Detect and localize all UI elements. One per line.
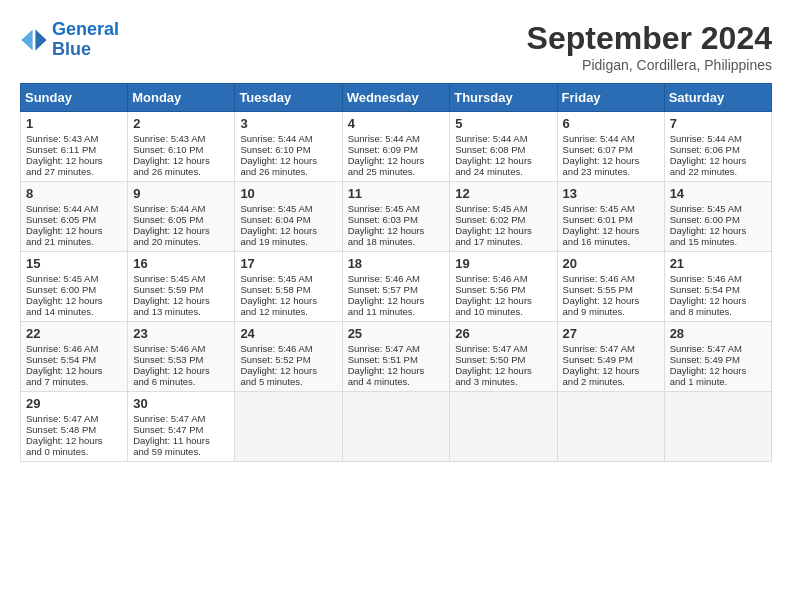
- day-number: 2: [133, 116, 229, 131]
- cell-line: and 18 minutes.: [348, 236, 445, 247]
- logo-text: General Blue: [52, 20, 119, 60]
- day-number: 9: [133, 186, 229, 201]
- calendar-week-row: 8Sunrise: 5:44 AMSunset: 6:05 PMDaylight…: [21, 182, 772, 252]
- logo-line2: Blue: [52, 39, 91, 59]
- cell-line: Sunset: 6:11 PM: [26, 144, 122, 155]
- cell-line: Sunset: 6:01 PM: [563, 214, 659, 225]
- calendar-cell: 22Sunrise: 5:46 AMSunset: 5:54 PMDayligh…: [21, 322, 128, 392]
- day-number: 27: [563, 326, 659, 341]
- cell-line: and 17 minutes.: [455, 236, 551, 247]
- cell-line: Sunrise: 5:46 AM: [563, 273, 659, 284]
- cell-line: Sunset: 5:51 PM: [348, 354, 445, 365]
- calendar-cell: [664, 392, 771, 462]
- cell-line: Daylight: 12 hours: [26, 295, 122, 306]
- calendar-header-row: SundayMondayTuesdayWednesdayThursdayFrid…: [21, 84, 772, 112]
- day-number: 14: [670, 186, 766, 201]
- day-number: 23: [133, 326, 229, 341]
- day-number: 5: [455, 116, 551, 131]
- cell-line: Sunrise: 5:45 AM: [348, 203, 445, 214]
- cell-line: Sunrise: 5:44 AM: [348, 133, 445, 144]
- svg-marker-1: [21, 29, 32, 50]
- cell-line: Daylight: 12 hours: [670, 225, 766, 236]
- day-number: 24: [240, 326, 336, 341]
- cell-line: Daylight: 12 hours: [133, 295, 229, 306]
- cell-line: Sunrise: 5:45 AM: [26, 273, 122, 284]
- cell-line: Sunset: 6:06 PM: [670, 144, 766, 155]
- cell-line: and 24 minutes.: [455, 166, 551, 177]
- cell-line: and 7 minutes.: [26, 376, 122, 387]
- cell-line: Sunrise: 5:47 AM: [563, 343, 659, 354]
- calendar-cell: 12Sunrise: 5:45 AMSunset: 6:02 PMDayligh…: [450, 182, 557, 252]
- cell-line: Daylight: 12 hours: [348, 225, 445, 236]
- cell-line: Daylight: 12 hours: [455, 155, 551, 166]
- day-number: 25: [348, 326, 445, 341]
- cell-line: Daylight: 12 hours: [670, 155, 766, 166]
- calendar-cell: 7Sunrise: 5:44 AMSunset: 6:06 PMDaylight…: [664, 112, 771, 182]
- cell-line: Daylight: 12 hours: [670, 295, 766, 306]
- calendar-cell: 13Sunrise: 5:45 AMSunset: 6:01 PMDayligh…: [557, 182, 664, 252]
- cell-line: Sunset: 5:55 PM: [563, 284, 659, 295]
- page-header: General Blue September 2024 Pidigan, Cor…: [20, 20, 772, 73]
- weekday-header: Tuesday: [235, 84, 342, 112]
- cell-line: Sunset: 6:07 PM: [563, 144, 659, 155]
- cell-line: Daylight: 12 hours: [133, 365, 229, 376]
- cell-line: Daylight: 12 hours: [26, 435, 122, 446]
- day-number: 30: [133, 396, 229, 411]
- day-number: 4: [348, 116, 445, 131]
- cell-line: Sunset: 6:10 PM: [240, 144, 336, 155]
- calendar-cell: 4Sunrise: 5:44 AMSunset: 6:09 PMDaylight…: [342, 112, 450, 182]
- cell-line: Daylight: 11 hours: [133, 435, 229, 446]
- cell-line: Sunset: 6:05 PM: [26, 214, 122, 225]
- weekday-header: Monday: [128, 84, 235, 112]
- day-number: 19: [455, 256, 551, 271]
- cell-line: Sunrise: 5:46 AM: [26, 343, 122, 354]
- cell-line: Daylight: 12 hours: [240, 155, 336, 166]
- cell-line: and 2 minutes.: [563, 376, 659, 387]
- day-number: 16: [133, 256, 229, 271]
- calendar-cell: 25Sunrise: 5:47 AMSunset: 5:51 PMDayligh…: [342, 322, 450, 392]
- calendar-cell: 24Sunrise: 5:46 AMSunset: 5:52 PMDayligh…: [235, 322, 342, 392]
- cell-line: and 9 minutes.: [563, 306, 659, 317]
- cell-line: Sunset: 5:52 PM: [240, 354, 336, 365]
- cell-line: Sunset: 5:58 PM: [240, 284, 336, 295]
- day-number: 18: [348, 256, 445, 271]
- cell-line: Sunrise: 5:47 AM: [455, 343, 551, 354]
- day-number: 12: [455, 186, 551, 201]
- weekday-header: Sunday: [21, 84, 128, 112]
- day-number: 3: [240, 116, 336, 131]
- cell-line: Sunset: 5:54 PM: [26, 354, 122, 365]
- cell-line: Sunrise: 5:44 AM: [563, 133, 659, 144]
- day-number: 22: [26, 326, 122, 341]
- calendar-cell: 20Sunrise: 5:46 AMSunset: 5:55 PMDayligh…: [557, 252, 664, 322]
- cell-line: and 1 minute.: [670, 376, 766, 387]
- cell-line: Daylight: 12 hours: [26, 225, 122, 236]
- calendar-cell: 17Sunrise: 5:45 AMSunset: 5:58 PMDayligh…: [235, 252, 342, 322]
- cell-line: and 21 minutes.: [26, 236, 122, 247]
- calendar-cell: 27Sunrise: 5:47 AMSunset: 5:49 PMDayligh…: [557, 322, 664, 392]
- cell-line: and 16 minutes.: [563, 236, 659, 247]
- cell-line: Sunrise: 5:44 AM: [455, 133, 551, 144]
- weekday-header: Friday: [557, 84, 664, 112]
- calendar-cell: 14Sunrise: 5:45 AMSunset: 6:00 PMDayligh…: [664, 182, 771, 252]
- cell-line: Daylight: 12 hours: [348, 365, 445, 376]
- cell-line: Sunrise: 5:44 AM: [670, 133, 766, 144]
- cell-line: and 8 minutes.: [670, 306, 766, 317]
- cell-line: Sunset: 6:00 PM: [26, 284, 122, 295]
- calendar-cell: 3Sunrise: 5:44 AMSunset: 6:10 PMDaylight…: [235, 112, 342, 182]
- day-number: 6: [563, 116, 659, 131]
- weekday-header: Saturday: [664, 84, 771, 112]
- calendar-week-row: 15Sunrise: 5:45 AMSunset: 6:00 PMDayligh…: [21, 252, 772, 322]
- title-block: September 2024 Pidigan, Cordillera, Phil…: [527, 20, 772, 73]
- cell-line: Sunset: 6:04 PM: [240, 214, 336, 225]
- calendar-cell: 1Sunrise: 5:43 AMSunset: 6:11 PMDaylight…: [21, 112, 128, 182]
- calendar-cell: 15Sunrise: 5:45 AMSunset: 6:00 PMDayligh…: [21, 252, 128, 322]
- weekday-header: Wednesday: [342, 84, 450, 112]
- cell-line: and 22 minutes.: [670, 166, 766, 177]
- cell-line: Sunrise: 5:46 AM: [240, 343, 336, 354]
- calendar-cell: [450, 392, 557, 462]
- calendar-cell: 18Sunrise: 5:46 AMSunset: 5:57 PMDayligh…: [342, 252, 450, 322]
- cell-line: and 27 minutes.: [26, 166, 122, 177]
- cell-line: Daylight: 12 hours: [563, 155, 659, 166]
- cell-line: Sunset: 6:02 PM: [455, 214, 551, 225]
- cell-line: Sunrise: 5:43 AM: [133, 133, 229, 144]
